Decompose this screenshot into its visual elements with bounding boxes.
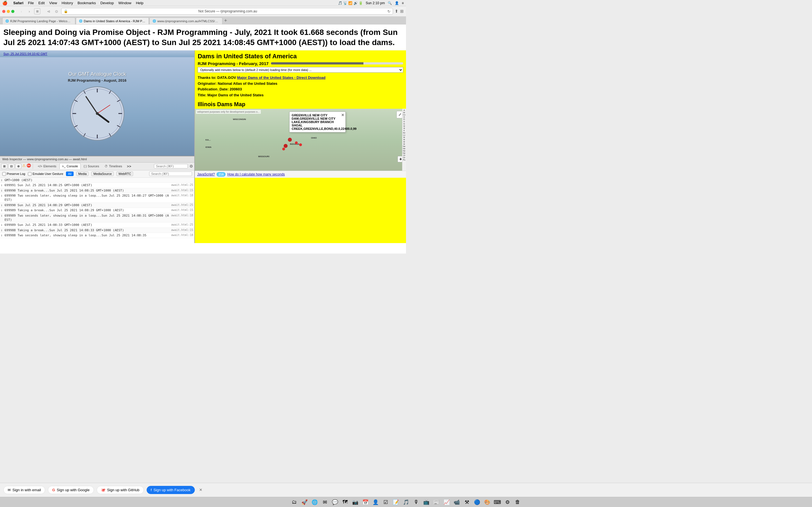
tooltip-text: GREENVILLE NEW CITY DAM,GREENVILLE NEW C… <box>292 114 357 130</box>
tab-1[interactable]: 🌐 RJM Programming Landing Page - Welcome… <box>2 17 75 24</box>
split-view: Sun, 25 Jul 2021 04:10:42 GMT Our GMT An… <box>0 50 406 243</box>
preserve-log-checkbox[interactable]: Preserve Log <box>2 172 25 176</box>
direct-download-link[interactable]: Major Dams of the United States - Direct… <box>237 75 326 80</box>
filter-mediasource-button[interactable]: MediaSource <box>91 172 114 176</box>
emulate-gesture-input[interactable] <box>28 172 32 176</box>
inspector-layout-icon[interactable]: ⊞ <box>1 163 7 169</box>
reload-button[interactable]: ↻ <box>388 9 391 13</box>
inspector-title: Web Inspector — www.rjmprogramming.com.a… <box>2 158 87 161</box>
clock-date-text: Sun, 25 Jul 2021 04:10:42 GMT <box>3 52 47 55</box>
dams-minutes-select[interactable]: Optionally add minutes below to (default… <box>198 67 403 73</box>
javascript-link[interactable]: JavaScript? <box>197 172 215 176</box>
log-icon: ℹ <box>1 223 2 227</box>
console-search-input[interactable] <box>149 172 192 176</box>
right-panel: Dams in United States of America RJM Pro… <box>195 50 406 243</box>
back-button[interactable]: ‹ <box>18 8 24 14</box>
menubar-history[interactable]: History <box>61 1 73 5</box>
tabs-bar: 🌐 RJM Programming Landing Page - Welcome… <box>0 16 406 24</box>
log-text: 699990 Sun Jul 25 2021 14:08:29 GMT+1000… <box>4 203 169 207</box>
tab-sources-label: Sources <box>88 165 99 168</box>
apple-menu[interactable]: 🍎 <box>2 1 8 6</box>
inspector-bottom-bar: JavaScript? 216 How do I calculate how m… <box>195 171 406 178</box>
reader-button[interactable]: ⊙ <box>53 8 59 14</box>
menubar-search-icon[interactable]: 🔍 <box>388 1 392 5</box>
preserve-log-input[interactable] <box>2 172 6 176</box>
menubar-file[interactable]: File <box>28 1 34 5</box>
forward-button[interactable]: › <box>26 8 33 14</box>
menubar-time: Sun 2:10 pm <box>366 1 385 5</box>
dams-publication-date: Publication_Date: 200603 <box>198 87 403 93</box>
main-heading-text: Sleeping and Doing via Promise Object - … <box>3 28 398 47</box>
menubar-edit[interactable]: Edit <box>38 1 45 5</box>
tab-elements[interactable]: </> Elements <box>35 163 59 169</box>
menubar-window[interactable]: Window <box>118 1 132 5</box>
log-text: 699991 Sun Jul 25 2021 14:08:25 GMT+1000… <box>4 183 169 187</box>
dams-progress-fill <box>271 62 364 64</box>
map-marker[interactable] <box>288 138 292 142</box>
inspector-split-icon[interactable]: ⊟ <box>8 163 14 169</box>
inspector-target-icon[interactable]: ⊕ <box>15 163 21 169</box>
tab-3[interactable]: 🌐 www.rjmprogramming.com.au/HTMLCSS/awai… <box>149 17 222 24</box>
list-item: ℹ 699989 Taking a break...Sun Jul 25 202… <box>0 208 194 213</box>
map-tooltip: ✕ GREENVILLE NEW CITY DAM,GREENVILLE NEW… <box>289 112 346 132</box>
inspector-search-area[interactable] <box>154 164 188 168</box>
dams-thanks-line1: Thanks to: DATA.GOV Major Dams of the Un… <box>198 75 403 81</box>
list-item: ℹ 699988 Two seconds later, showing slee… <box>0 233 194 238</box>
log-file: await.html:25 <box>171 223 193 227</box>
map-marker[interactable] <box>295 142 298 144</box>
page-content: Sleeping and Doing via Promise Object - … <box>0 24 406 253</box>
list-item: ℹ 699991 Sun Jul 25 2021 14:08:25 GMT+10… <box>0 183 194 188</box>
menubar-develop[interactable]: Develop <box>100 1 114 5</box>
log-file: await.html:15 <box>171 208 193 212</box>
filter-all-button[interactable]: All <box>66 172 73 176</box>
list-item: ℹ 699990 Taking a break...Sun Jul 25 202… <box>0 188 194 193</box>
inspector-titlebar: Web Inspector — www.rjmprogramming.com.a… <box>0 156 194 163</box>
inspector-settings-icon[interactable]: ⚙ <box>190 164 193 168</box>
how-many-seconds-link[interactable]: How do I calculate how many seconds <box>227 172 285 176</box>
state-label-missouri: MISSOURI <box>258 155 269 158</box>
toolbar-actions: ⬆ ⊞ <box>395 9 404 14</box>
filter-media-button[interactable]: Media <box>77 172 89 176</box>
url-bar[interactable]: 🔒 Not Secure — rjmprogramming.com.au ↻ <box>61 8 393 15</box>
inspector-tabs: ⊞ ⊟ ⊕ ⚠ ⛔ </> Elements >_ Console <box>0 163 194 170</box>
inspector-search-input[interactable] <box>154 164 188 168</box>
map-overlay-text: velopment purposes only for development … <box>196 110 261 114</box>
menubar-view[interactable]: View <box>49 1 57 5</box>
dams-thanks-section: Thanks to: DATA.GOV Major Dams of the Un… <box>195 73 406 100</box>
menubar-safari[interactable]: Safari <box>13 1 23 5</box>
minimize-window-button[interactable] <box>7 10 10 13</box>
state-label-ohio: OHIO <box>311 136 317 139</box>
tab-console[interactable]: >_ Console <box>59 163 81 169</box>
log-icon: ℹ <box>1 179 2 182</box>
menubar-help[interactable]: Help <box>136 1 144 5</box>
log-row-prev: ℹ GMT+1000 (AEST) <box>0 178 194 183</box>
menubar-control-icon[interactable]: ≡ <box>402 1 404 5</box>
browser-chrome: ‹ › ⊞ ⊲ ⊙ 🔒 Not Secure — rjmprogramming.… <box>0 6 406 24</box>
tab-timelines-label: Timelines <box>109 165 122 168</box>
close-window-button[interactable] <box>2 10 5 13</box>
map-marker[interactable] <box>284 144 288 148</box>
tab-2[interactable]: 🌐 Dams in United States of America - RJM… <box>76 17 149 24</box>
error-count-badge: 216 <box>216 172 225 177</box>
web-inspector: Web Inspector — www.rjmprogramming.com.a… <box>0 156 194 243</box>
list-item: ℹ 699990 Two seconds later, showing slee… <box>0 193 194 203</box>
add-tab-button[interactable]: + <box>224 18 227 24</box>
tab-timelines[interactable]: ⏱ Timelines <box>102 163 124 169</box>
log-text: GMT+1000 (AEST) <box>4 178 191 182</box>
share-button[interactable]: ⬆ <box>395 9 398 14</box>
menubar-bookmarks[interactable]: Bookmarks <box>78 1 96 5</box>
map-marker[interactable] <box>282 148 285 151</box>
clock-date-link[interactable]: Sun, 25 Jul 2021 04:10:42 GMT <box>0 50 194 57</box>
sidebar-toggle-button[interactable]: ⊞ <box>34 8 40 14</box>
map-marker[interactable] <box>299 144 302 146</box>
tooltip-close-button[interactable]: ✕ <box>341 113 344 117</box>
menubar-siri-icon[interactable]: 👤 <box>395 1 399 5</box>
maximize-window-button[interactable] <box>11 10 14 13</box>
lock-icon: 🔒 <box>64 9 68 13</box>
new-tab-button[interactable]: ⊞ <box>400 9 404 14</box>
filter-webrtc-button[interactable]: WebRTC <box>116 172 133 176</box>
tab-prev-button[interactable]: ⊲ <box>45 8 52 14</box>
emulate-gesture-checkbox[interactable]: Emulate User Gesture <box>28 172 63 176</box>
more-tabs-button[interactable]: >> <box>125 164 133 168</box>
tab-sources[interactable]: { } Sources <box>81 163 102 169</box>
